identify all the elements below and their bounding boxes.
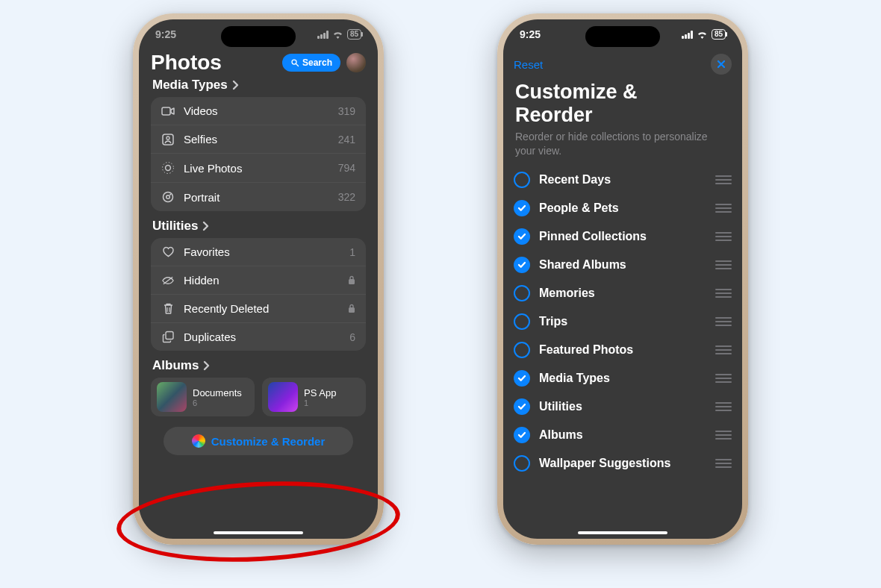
screen-customize: 9:25 85 Reset Customize & Reorder Reorde…: [503, 19, 742, 539]
row-duplicates[interactable]: Duplicates 6: [151, 323, 366, 351]
option-row[interactable]: Pinned Collections: [512, 222, 733, 251]
checkmark-icon: [517, 261, 526, 269]
drag-handle-icon[interactable]: [715, 402, 732, 411]
section-title: Media Types: [152, 78, 228, 93]
option-checkbox[interactable]: [514, 228, 530, 245]
row-favorites[interactable]: Favorites 1: [151, 238, 366, 266]
row-selfies[interactable]: Selfies 241: [151, 125, 366, 154]
selfie-icon: [161, 134, 175, 146]
home-indicator[interactable]: [578, 531, 667, 534]
utilities-card: Favorites 1 Hidden Recently Deleted Dupl…: [151, 238, 366, 351]
sheet-subtitle: Reorder or hide collections to personali…: [503, 130, 742, 166]
color-wheel-icon: [192, 434, 205, 448]
option-checkbox[interactable]: [514, 342, 530, 358]
option-row[interactable]: People & Pets: [512, 194, 733, 222]
customize-reorder-button[interactable]: Customize & Reorder: [164, 427, 353, 455]
row-recently-deleted[interactable]: Recently Deleted: [151, 295, 366, 323]
duplicates-icon: [161, 331, 175, 343]
search-label: Search: [302, 57, 332, 68]
chevron-right-icon: [203, 360, 210, 371]
media-types-card: Videos 319 Selfies 241 Live Photos 794 P…: [151, 97, 366, 211]
video-icon: [161, 106, 175, 116]
option-row[interactable]: Trips: [512, 307, 733, 336]
drag-handle-icon[interactable]: [715, 175, 732, 184]
album-card-psapp[interactable]: PS App 1: [262, 378, 366, 416]
section-header-utilities[interactable]: Utilities: [152, 219, 366, 234]
svg-point-7: [164, 193, 173, 202]
checkmark-icon: [517, 431, 526, 439]
status-indicators: 85: [317, 29, 361, 40]
section-title: Albums: [152, 358, 199, 373]
status-bar: 9:25 85: [503, 19, 742, 49]
svg-line-1: [296, 64, 298, 66]
svg-point-9: [169, 194, 171, 196]
wifi-icon: [332, 31, 343, 39]
option-row[interactable]: Shared Albums: [512, 251, 733, 279]
lock-icon: [348, 304, 355, 313]
row-live-photos[interactable]: Live Photos 794: [151, 154, 366, 183]
status-time: 9:25: [520, 28, 541, 40]
checkmark-icon: [517, 233, 526, 240]
drag-handle-icon[interactable]: [715, 232, 732, 241]
drag-handle-icon[interactable]: [715, 345, 732, 354]
reset-button[interactable]: Reset: [514, 58, 543, 71]
option-checkbox[interactable]: [514, 200, 530, 216]
option-row[interactable]: Memories: [512, 279, 733, 307]
option-label: Pinned Collections: [539, 230, 706, 243]
cell-signal-icon: [682, 31, 693, 39]
option-checkbox[interactable]: [514, 313, 530, 330]
trash-icon: [161, 302, 175, 315]
option-label: Utilities: [539, 400, 706, 413]
avatar[interactable]: [346, 53, 366, 72]
status-bar: 9:25 85: [139, 19, 378, 49]
option-label: Memories: [539, 287, 706, 300]
checkmark-icon: [517, 403, 526, 410]
row-portrait[interactable]: Portrait 322: [151, 183, 366, 211]
home-indicator[interactable]: [214, 531, 303, 534]
battery-indicator: 85: [712, 29, 726, 40]
option-row[interactable]: Media Types: [512, 364, 733, 392]
lock-icon: [348, 275, 355, 285]
svg-point-5: [166, 166, 171, 171]
album-card-documents[interactable]: Documents 6: [151, 378, 255, 416]
dynamic-island: [585, 26, 660, 47]
row-hidden[interactable]: Hidden: [151, 266, 366, 295]
drag-handle-icon[interactable]: [715, 204, 732, 213]
option-row[interactable]: Recent Days: [512, 166, 733, 194]
drag-handle-icon[interactable]: [715, 289, 732, 298]
section-header-albums[interactable]: Albums: [152, 358, 366, 373]
drag-handle-icon[interactable]: [715, 459, 732, 468]
option-row[interactable]: Featured Photos: [512, 336, 733, 364]
option-checkbox[interactable]: [514, 370, 530, 387]
option-row[interactable]: Wallpaper Suggestions: [512, 449, 733, 478]
option-row[interactable]: Utilities: [512, 392, 733, 421]
close-button[interactable]: [711, 54, 732, 75]
phone-right: 9:25 85 Reset Customize & Reorder Reorde…: [497, 13, 748, 545]
option-checkbox[interactable]: [514, 398, 530, 415]
hidden-icon: [161, 275, 175, 286]
drag-handle-icon[interactable]: [715, 317, 732, 326]
drag-handle-icon[interactable]: [715, 374, 732, 383]
option-label: Media Types: [539, 372, 706, 385]
status-time: 9:25: [155, 28, 176, 40]
svg-rect-14: [349, 307, 355, 313]
option-row[interactable]: Albums: [512, 421, 733, 449]
row-videos[interactable]: Videos 319: [151, 97, 366, 125]
option-checkbox[interactable]: [514, 257, 530, 273]
album-thumbnail: [157, 382, 187, 412]
option-checkbox[interactable]: [514, 285, 530, 301]
option-label: Wallpaper Suggestions: [539, 457, 706, 470]
album-thumbnail: [268, 382, 298, 412]
option-checkbox[interactable]: [514, 455, 530, 472]
search-button[interactable]: Search: [282, 54, 340, 72]
drag-handle-icon[interactable]: [715, 260, 732, 269]
status-indicators: 85: [682, 29, 726, 40]
section-header-media-types[interactable]: Media Types: [152, 78, 366, 93]
chevron-right-icon: [232, 80, 239, 90]
option-checkbox[interactable]: [514, 172, 530, 188]
option-checkbox[interactable]: [514, 427, 530, 443]
option-label: People & Pets: [539, 201, 706, 215]
drag-handle-icon[interactable]: [715, 431, 732, 440]
search-icon: [290, 58, 299, 67]
section-title: Utilities: [152, 219, 198, 234]
